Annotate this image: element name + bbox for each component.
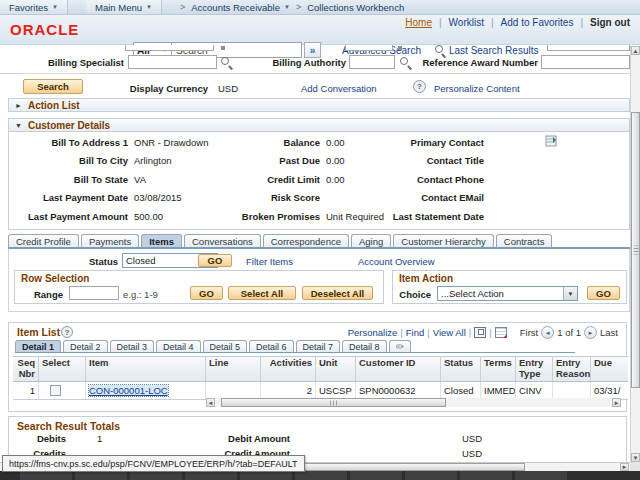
help-icon[interactable]: ?: [413, 80, 426, 93]
field-value: 03/08/2015: [134, 192, 182, 203]
tab-items[interactable]: Items: [141, 234, 182, 247]
item-action-go-button[interactable]: GO: [587, 286, 620, 300]
column-header-unit[interactable]: Unit: [316, 357, 356, 381]
tab-customer-hierarchy[interactable]: Customer Hierarchy: [393, 234, 493, 247]
add-conversation-link[interactable]: Add Conversation: [301, 83, 377, 94]
status-go-button[interactable]: GO: [198, 254, 232, 267]
column-header-due[interactable]: Due: [591, 357, 628, 381]
pager-next-icon[interactable]: ►: [584, 326, 597, 339]
breadcrumb-separator: >: [178, 0, 187, 14]
chevron-down-icon: ▼: [284, 4, 290, 10]
billing-authority-lookup-icon[interactable]: [400, 57, 411, 68]
pager-first-label: First: [520, 327, 538, 338]
show-all-columns-tab[interactable]: [389, 340, 411, 352]
column-header-terms[interactable]: Terms: [481, 357, 516, 381]
row-checkbox[interactable]: [50, 385, 61, 396]
transfer-contact-icon[interactable]: [545, 135, 557, 149]
range-go-button[interactable]: GO: [190, 286, 223, 300]
customer-details-section-header[interactable]: ▼ Customer Details: [8, 118, 630, 132]
tab-detail-5[interactable]: Detail 5: [203, 340, 248, 352]
main-menu[interactable]: Main Menu ▼: [86, 0, 162, 14]
reference-award-number-label: Reference Award Number: [422, 57, 538, 68]
page-vscrollbar-thumb[interactable]: [631, 112, 640, 388]
grid-toolbar: Personalize | Find | View All | | First …: [348, 326, 618, 339]
find-link[interactable]: Find: [406, 327, 424, 338]
tab-conversations[interactable]: Conversations: [184, 234, 261, 247]
tab-detail-7[interactable]: Detail 7: [296, 340, 341, 352]
billing-specialist-input[interactable]: [128, 55, 217, 69]
item-grid: Seq Nbr Select Item Line Activities Unit…: [13, 356, 628, 400]
column-header-line[interactable]: Line: [206, 357, 261, 381]
column-header-item[interactable]: Item: [86, 357, 206, 381]
sign-out-link[interactable]: Sign out: [590, 17, 630, 28]
tab-label: Detail 6: [256, 342, 287, 352]
column-header-entry-reason[interactable]: Entry Reason: [553, 357, 591, 381]
page-vscrollbar[interactable]: ▲ ▼: [630, 46, 640, 462]
item-link[interactable]: CON-000001-LOC: [89, 385, 168, 396]
item-list-help-icon[interactable]: ?: [61, 326, 73, 338]
filter-items-link[interactable]: Filter Items: [246, 256, 293, 267]
zoom-grid-icon[interactable]: [474, 327, 486, 338]
breadcrumb: Favorites ▼ Main Menu ▼ > Accounts Recei…: [0, 0, 640, 15]
tab-aging[interactable]: Aging: [351, 234, 391, 247]
search-button[interactable]: Search: [23, 79, 83, 94]
billing-authority-input[interactable]: [349, 55, 395, 69]
range-input[interactable]: [69, 286, 119, 300]
column-header-entry-type[interactable]: Entry Type: [516, 357, 553, 381]
taskbar-item: [130, 471, 182, 480]
tab-detail-8[interactable]: Detail 8: [342, 340, 387, 352]
action-list-section-header[interactable]: ► Action List: [8, 98, 630, 112]
cutoff-field[interactable]: [125, 45, 214, 51]
grid-hscrollbar[interactable]: ◄ ►: [206, 398, 621, 407]
tab-detail-6[interactable]: Detail 6: [249, 340, 294, 352]
tab-credit-profile[interactable]: Credit Profile: [8, 234, 79, 247]
grid-hscrollbar-thumb[interactable]: [221, 398, 446, 407]
cutoff-field[interactable]: [547, 45, 630, 51]
tab-detail-1[interactable]: Detail 1: [15, 340, 61, 352]
personalize-link[interactable]: Personalize: [348, 327, 398, 338]
scroll-right-icon[interactable]: ►: [612, 398, 621, 407]
column-header-customer-id[interactable]: Customer ID: [356, 357, 441, 381]
tab-detail-2[interactable]: Detail 2: [63, 340, 108, 352]
add-to-favorites-link[interactable]: Add to Favorites: [501, 17, 574, 28]
search-go-button[interactable]: »: [304, 42, 321, 58]
tab-payments[interactable]: Payments: [81, 234, 139, 247]
column-header-seq-nbr[interactable]: Seq Nbr: [13, 357, 39, 381]
cutoff-field[interactable]: [345, 45, 393, 51]
home-link[interactable]: Home: [405, 17, 432, 28]
grid-header-row: Seq Nbr Select Item Line Activities Unit…: [13, 356, 628, 382]
scrollbar-grip: [329, 400, 338, 405]
separator: |: [427, 327, 429, 338]
personalize-content-link[interactable]: Personalize Content: [434, 83, 520, 94]
column-header-select[interactable]: Select: [39, 357, 86, 381]
status-label: Status: [89, 256, 118, 267]
column-header-status[interactable]: Status: [441, 357, 481, 381]
choice-select[interactable]: ...Select Action ▼: [437, 286, 578, 301]
tab-correspondence[interactable]: Correspondence: [263, 234, 349, 247]
tab-contracts[interactable]: Contracts: [496, 234, 553, 247]
view-all-link[interactable]: View All: [433, 327, 466, 338]
separator: |: [469, 327, 471, 338]
deselect-all-button[interactable]: Deselect All: [302, 286, 373, 300]
download-to-excel-icon[interactable]: [495, 327, 507, 338]
last-search-results-link[interactable]: Last Search Results: [449, 45, 539, 56]
scrollbar-corner: [630, 462, 640, 471]
scroll-up-icon[interactable]: ▲: [631, 46, 640, 55]
column-header-activities[interactable]: Activities: [261, 357, 316, 381]
field-label: Credit Limit: [267, 174, 320, 185]
row-selection-box: Row Selection Range e.g.: 1-9 GO Select …: [14, 270, 384, 304]
select-all-button[interactable]: Select All: [228, 286, 296, 300]
favorites-menu[interactable]: Favorites ▼: [0, 0, 68, 14]
breadcrumb-accounts-receivable[interactable]: Accounts Receivable ▼: [187, 0, 294, 14]
pager-previous-icon[interactable]: ◄: [541, 326, 554, 339]
action-list-title: Action List: [28, 100, 80, 111]
reference-award-number-input[interactable]: [541, 55, 630, 69]
tab-detail-4[interactable]: Detail 4: [156, 340, 201, 352]
scroll-right-icon[interactable]: ►: [620, 463, 629, 471]
billing-specialist-lookup-icon[interactable]: [221, 57, 232, 68]
scroll-down-icon[interactable]: ▼: [631, 453, 640, 462]
scroll-left-icon[interactable]: ◄: [206, 398, 215, 407]
tab-detail-3[interactable]: Detail 3: [110, 340, 155, 352]
account-overview-link[interactable]: Account Overview: [358, 256, 435, 267]
worklist-link[interactable]: Worklist: [449, 17, 484, 28]
